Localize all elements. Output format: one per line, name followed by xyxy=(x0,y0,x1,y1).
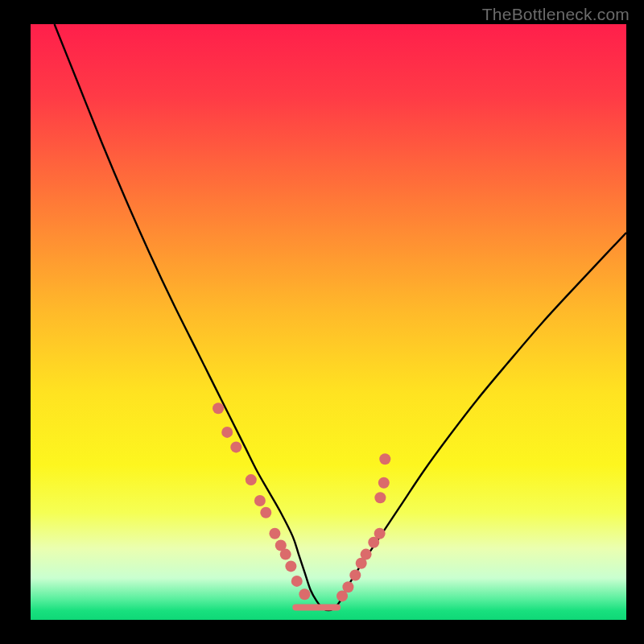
chart-frame: TheBottleneck.com xyxy=(0,0,644,644)
sample-point xyxy=(299,588,310,600)
sample-point xyxy=(378,477,390,489)
sample-point xyxy=(361,549,372,560)
sample-point xyxy=(246,474,257,485)
sample-point xyxy=(374,528,386,539)
sample-point xyxy=(221,427,233,438)
sample-point xyxy=(285,560,296,572)
sample-point xyxy=(349,570,361,581)
sample-point xyxy=(280,549,291,560)
bottleneck-curve xyxy=(55,24,626,610)
curve-layer xyxy=(31,24,626,620)
sample-point xyxy=(213,402,224,414)
sample-point xyxy=(374,492,386,503)
sample-point xyxy=(269,528,280,539)
sample-point xyxy=(379,453,390,464)
sample-point xyxy=(230,441,242,452)
plot-area xyxy=(31,24,626,620)
sample-point xyxy=(291,576,303,587)
sample-point xyxy=(342,581,353,592)
watermark-label: TheBottleneck.com xyxy=(482,5,630,24)
sample-point xyxy=(260,507,271,518)
sample-points-group xyxy=(213,402,390,601)
sample-point xyxy=(254,495,266,506)
